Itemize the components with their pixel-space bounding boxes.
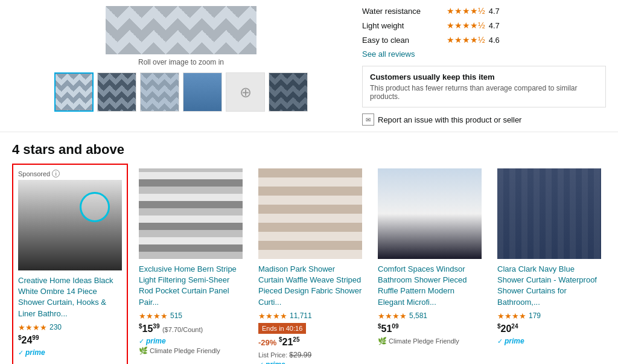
climate-badge-4: 🌿 Climate Pledge Friendly [378, 337, 482, 345]
price-area-5: $2024 [497, 323, 601, 334]
product-title-1[interactable]: Creative Home Ideas Black White Ombre 14… [18, 275, 122, 319]
easy-to-clean-value: 4.6 [489, 36, 500, 45]
see-all-reviews-link[interactable]: See all reviews [362, 49, 606, 59]
leaf-icon-2: 🌿 [139, 346, 148, 355]
product-image-4[interactable] [378, 168, 482, 259]
product-image-area: Roll over image to zoom in ⊕ [12, 6, 350, 126]
price-area-1: $2499 [18, 334, 122, 346]
price-note-2: ($7.70/Count) [162, 326, 203, 333]
product-stars-2: ★★★★ 515 [139, 311, 243, 321]
product-image-3[interactable] [258, 168, 362, 259]
keep-item-title: Customers usually keep this item [370, 72, 598, 81]
product-stars-3: ★★★★ 11,711 [258, 311, 362, 321]
light-weight-label: Light weight [362, 21, 447, 30]
product-stars-5: ★★★★ 179 [497, 311, 601, 321]
leaf-icon-4: 🌿 [378, 337, 387, 345]
section-title: 4 stars and above [0, 132, 618, 164]
main-product-image[interactable] [106, 6, 256, 54]
stars-icon-2: ★★★★ [139, 311, 168, 321]
prime-badge-1: ✓ prime [18, 348, 122, 357]
product-stars-4: ★★★★ 5,581 [378, 311, 482, 321]
product-card-1: Sponsored i Creative Home Ideas Black Wh… [12, 164, 128, 364]
prime-label-2: prime [146, 337, 166, 345]
thumbnail-2[interactable] [97, 72, 136, 112]
product-card-3: Madison Park Shower Curtain Waffle Weave… [253, 164, 367, 364]
prime-badge-3: ✓ prime [258, 360, 362, 364]
stars-icon-1: ★★★★ [18, 323, 47, 332]
report-icon: ✉ [362, 113, 374, 126]
prime-badge-2: ✓ prime [139, 337, 243, 345]
price-1: $2499 [18, 335, 39, 345]
stars-icon-3: ★★★★ [258, 311, 287, 321]
price-area-3: -29% $2125 [258, 336, 362, 348]
report-text: Report an issue with this product or sel… [378, 115, 521, 124]
ratings-area: Water resistance ★★★★½ 4.7 Light weight … [362, 6, 606, 126]
prime-badge-5: ✓ prime [497, 337, 601, 345]
timer-badge-3: Ends in 40:16 [258, 323, 362, 336]
product-card-4: Comfort Spaces Windsor Bathroom Shower P… [373, 164, 486, 364]
report-issue-link[interactable]: ✉ Report an issue with this product or s… [362, 113, 606, 126]
climate-badge-2: 🌿 Climate Pledge Friendly [139, 346, 243, 355]
easy-to-clean-label: Easy to clean [362, 36, 447, 45]
product-stars-1: ★★★★ 230 [18, 323, 122, 332]
climate-text-2: Climate Pledge Friendly [150, 347, 220, 354]
price-area-2: $1539 ($7.70/Count) [139, 323, 243, 334]
climate-text-4: Climate Pledge Friendly [389, 337, 459, 345]
zoom-hint: Roll over image to zoom in [138, 58, 224, 66]
product-image-5[interactable] [497, 168, 601, 259]
review-count-4[interactable]: 5,581 [409, 311, 427, 320]
product-title-3[interactable]: Madison Park Shower Curtain Waffle Weave… [258, 264, 362, 308]
stars-icon-5: ★★★★ [497, 311, 526, 321]
price-area-4: $5109 [378, 323, 482, 334]
easy-to-clean-rating: Easy to clean ★★★★½ 4.6 [362, 35, 606, 45]
water-resistance-rating: Water resistance ★★★★½ 4.7 [362, 6, 606, 16]
easy-to-clean-stars: ★★★★½ [447, 35, 485, 45]
thumbnail-3[interactable] [140, 72, 179, 112]
product-image-2[interactable] [139, 168, 243, 259]
review-count-2[interactable]: 515 [170, 311, 182, 320]
thumbnail-1[interactable] [54, 72, 94, 112]
product-image-1[interactable] [18, 180, 122, 270]
product-title-4[interactable]: Comfort Spaces Windsor Bathroom Shower P… [378, 264, 482, 308]
water-resistance-stars: ★★★★½ [447, 6, 485, 16]
product-card-2: Exclusive Home Bern Stripe Light Filteri… [134, 164, 247, 364]
product-title-5[interactable]: Clara Clark Navy Blue Shower Curtain - W… [497, 264, 601, 308]
light-weight-stars: ★★★★½ [447, 21, 485, 30]
price-3: $2125 [279, 337, 299, 347]
product-image-1-overlay [80, 192, 110, 222]
review-count-1[interactable]: 230 [49, 323, 62, 331]
stars-icon-4: ★★★★ [378, 311, 407, 321]
water-resistance-label: Water resistance [362, 7, 447, 16]
price-5: $2024 [497, 324, 518, 334]
keep-item-box: Customers usually keep this item This pr… [362, 66, 606, 107]
prime-label-1: prime [25, 348, 45, 357]
prime-label-3: prime [266, 360, 285, 364]
prime-label-5: prime [505, 337, 524, 345]
thumbnail-5[interactable]: ⊕ [226, 72, 265, 112]
sponsored-label: Sponsored i [18, 170, 122, 177]
product-title-2[interactable]: Exclusive Home Bern Stripe Light Filteri… [139, 264, 243, 308]
sponsored-info-icon[interactable]: i [52, 170, 60, 177]
price-2: $1539 [139, 324, 162, 334]
product-card-5: Clara Clark Navy Blue Shower Curtain - W… [492, 164, 606, 364]
products-row: Sponsored i Creative Home Ideas Black Wh… [0, 164, 618, 364]
water-resistance-value: 4.7 [489, 7, 500, 16]
price-4: $5109 [378, 324, 398, 334]
light-weight-rating: Light weight ★★★★½ 4.7 [362, 21, 606, 30]
thumbnail-6[interactable] [269, 72, 308, 112]
thumbnail-4[interactable] [183, 72, 222, 112]
discount-3: -29% [258, 338, 276, 347]
original-price-3: List Price: $29.99 [258, 350, 362, 359]
review-count-3[interactable]: 11,711 [290, 311, 312, 320]
review-count-5[interactable]: 179 [529, 311, 541, 320]
thumbnail-list: ⊕ [54, 72, 308, 112]
light-weight-value: 4.7 [489, 21, 500, 30]
keep-item-desc: This product has fewer returns than aver… [370, 84, 598, 101]
